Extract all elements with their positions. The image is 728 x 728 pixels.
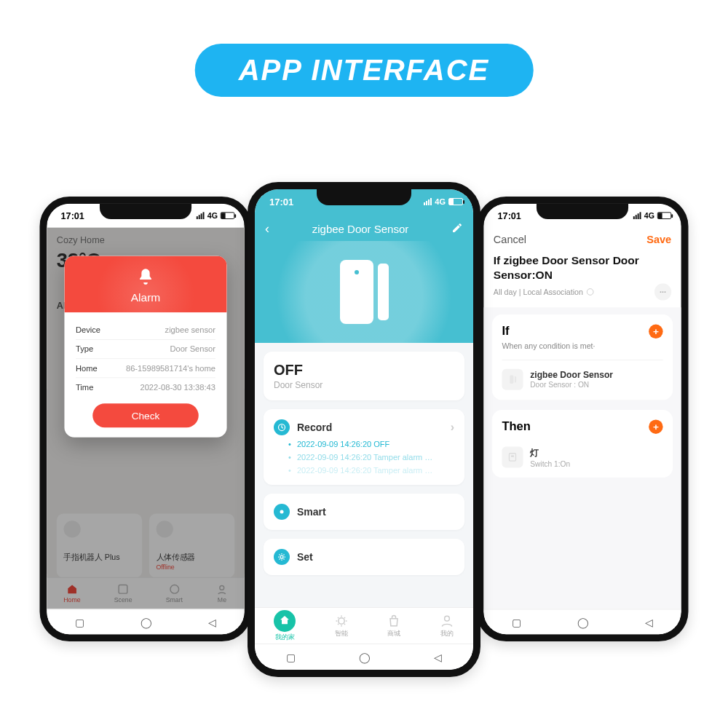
alarm-title: Alarm <box>64 291 226 304</box>
status-net: 4G <box>435 197 446 206</box>
door-sensor-main-icon <box>340 260 373 324</box>
smart-icon <box>274 504 290 520</box>
nav-back-icon[interactable]: ▢ <box>286 652 296 663</box>
door-sensor-magnet-icon <box>378 264 389 320</box>
state-value: OFF <box>274 362 454 379</box>
info-icon <box>586 288 595 296</box>
action-title: 灯 <box>530 447 570 459</box>
condition-title: zigbee Door Sensor <box>530 371 613 381</box>
add-condition-button[interactable]: + <box>649 325 662 339</box>
device-header: ‹ zigbee Door Sensor <box>255 214 473 241</box>
phone-sensor-detail: 17:01 4G ‹ zigbee Door Sensor <box>248 182 480 677</box>
notch <box>537 204 628 219</box>
android-nav: ▢ ◯ ◁ <box>483 609 681 634</box>
nav-recent-icon[interactable]: ◁ <box>208 617 216 628</box>
phone-stage: 17:01 4G Cozy Home 33°C All <box>0 197 728 677</box>
nav-recent-icon[interactable]: ◁ <box>645 617 653 628</box>
alarm-row: Home86-15989581714's home <box>76 359 215 378</box>
sensor-icon <box>502 369 523 390</box>
nav-home-icon[interactable]: ◯ <box>359 652 371 663</box>
signal-icon <box>633 212 641 219</box>
svg-rect-11 <box>509 454 515 461</box>
svg-rect-10 <box>515 376 516 383</box>
automation-subtitle: All day | Local Association <box>494 288 583 296</box>
phone-automation: 17:01 4G Cancel Save If zigbee Door Sens… <box>477 197 689 641</box>
record-icon <box>274 419 290 435</box>
gear-icon <box>274 549 290 565</box>
modal-overlay: Alarm Devicezigbee sensor TypeDoor Senso… <box>47 228 245 635</box>
nav-home-icon[interactable]: ◯ <box>141 617 152 628</box>
status-time: 17:01 <box>61 210 84 221</box>
switch-icon <box>502 446 523 467</box>
action-sub: Switch 1:On <box>530 459 570 467</box>
edit-icon[interactable] <box>451 222 463 236</box>
bell-icon <box>135 267 155 287</box>
status-net: 4G <box>644 211 654 220</box>
sensor-illustration <box>255 241 473 343</box>
back-icon[interactable]: ‹ <box>265 221 269 237</box>
notch <box>100 204 191 219</box>
condition-item[interactable]: zigbee Door Sensor Door Sensor : ON <box>502 360 662 390</box>
signal-icon <box>424 198 432 205</box>
nav-home[interactable]: 我的家 <box>274 610 296 642</box>
svg-point-5 <box>280 555 283 558</box>
automation-title: If zigbee Door Sensor Door Sensor:ON <box>483 251 681 284</box>
cancel-button[interactable]: Cancel <box>494 233 526 245</box>
svg-point-8 <box>587 289 593 296</box>
status-time: 17:01 <box>498 210 521 221</box>
android-nav: ▢ ◯ ◁ <box>255 644 473 670</box>
notch <box>317 189 411 205</box>
bottom-nav: 我的家 智能 商城 我的 <box>255 607 473 644</box>
nav-mall[interactable]: 商城 <box>387 614 401 638</box>
banner-title: APP INTERFACE <box>195 44 534 97</box>
phone-alarm: 17:01 4G Cozy Home 33°C All <box>40 197 252 641</box>
android-nav: ▢ ◯ ◁ <box>47 609 245 634</box>
alarm-row: Time2022-08-30 13:38:43 <box>76 378 215 396</box>
nav-me[interactable]: 我的 <box>440 614 454 638</box>
status-net: 4G <box>207 211 218 220</box>
battery-icon <box>221 212 234 219</box>
state-sub: Door Sensor <box>274 380 454 390</box>
svg-point-6 <box>339 617 344 623</box>
signal-icon <box>197 212 205 219</box>
device-title: zigbee Door Sensor <box>312 223 409 235</box>
nav-back-icon[interactable]: ▢ <box>512 617 521 628</box>
nav-home-icon[interactable]: ◯ <box>577 617 589 628</box>
alarm-card: Alarm Devicezigbee sensor TypeDoor Senso… <box>64 256 226 437</box>
home-icon <box>274 610 296 632</box>
status-time: 17:01 <box>269 197 293 207</box>
then-card: Then + 灯 Switch 1:On <box>492 410 673 478</box>
more-button[interactable]: ··· <box>654 283 671 300</box>
chevron-right-icon: › <box>451 421 454 434</box>
then-heading: Then <box>502 420 530 434</box>
set-card[interactable]: Set <box>264 539 464 575</box>
svg-point-7 <box>444 616 449 621</box>
if-subtitle: When any condition is met· <box>502 341 662 350</box>
alarm-header: Alarm <box>64 256 226 312</box>
check-button[interactable]: Check <box>92 403 199 427</box>
home-screen-dimmed: Cozy Home 33°C All 手指机器人 Plus 人体传感器 Offl… <box>47 228 245 635</box>
if-heading: If <box>502 325 509 339</box>
nav-smart[interactable]: 智能 <box>334 614 349 638</box>
save-button[interactable]: Save <box>646 233 671 245</box>
if-card: If + When any condition is met· zigbee D… <box>492 314 673 400</box>
record-label: Record <box>297 422 332 433</box>
record-item: 2022-09-09 14:26:20 Tamper alarm … <box>274 462 454 475</box>
svg-point-4 <box>280 510 284 514</box>
nav-recent-icon[interactable]: ◁ <box>434 652 442 663</box>
smart-card[interactable]: Smart <box>264 494 464 530</box>
record-item: 2022-09-09 14:26:20 Tamper alarm … <box>274 448 454 462</box>
set-label: Set <box>297 551 313 563</box>
svg-rect-12 <box>511 455 514 457</box>
add-action-button[interactable]: + <box>649 420 662 434</box>
record-item: 2022-09-09 14:26:20 OFF <box>274 435 454 448</box>
battery-icon <box>657 212 671 219</box>
smart-label: Smart <box>297 506 326 518</box>
record-card[interactable]: Record › 2022-09-09 14:26:20 OFF 2022-09… <box>264 409 464 485</box>
svg-rect-9 <box>510 375 513 384</box>
nav-back-icon[interactable]: ▢ <box>75 617 84 628</box>
condition-sub: Door Sensor : ON <box>530 380 613 389</box>
battery-icon <box>448 198 463 205</box>
state-card: OFF Door Sensor <box>264 352 464 400</box>
action-item[interactable]: 灯 Switch 1:On <box>502 444 662 468</box>
